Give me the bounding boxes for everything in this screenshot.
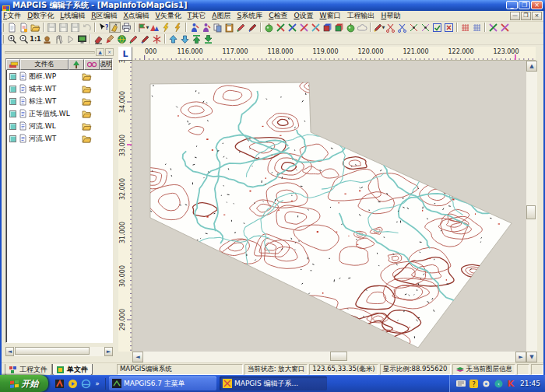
print-button[interactable]	[121, 22, 132, 33]
attr-edit-tool-button[interactable]	[128, 33, 139, 44]
file-edit-checkbox[interactable]	[9, 98, 16, 105]
cut-line-tool-2-button[interactable]	[287, 22, 298, 33]
menu-item-11[interactable]: O设置	[290, 11, 316, 21]
visibility-column-icon[interactable]	[84, 59, 100, 70]
topo-area-red-button[interactable]	[322, 22, 333, 33]
move-window-button[interactable]	[65, 33, 76, 44]
flash-entity-tool-button[interactable]	[160, 22, 172, 33]
menu-item-8[interactable]: A图层	[209, 11, 234, 21]
file-edit-checkbox[interactable]	[9, 123, 16, 130]
folder-icon[interactable]	[82, 84, 92, 94]
save-all-button[interactable]	[69, 22, 81, 33]
app-red-icon[interactable]	[54, 378, 65, 390]
smooth-line-tool-button[interactable]	[310, 22, 322, 33]
panel-drag-groove[interactable]	[5, 51, 95, 54]
clip-tool-2-button[interactable]	[396, 22, 408, 33]
move-line-tool-button[interactable]	[200, 22, 212, 33]
file-edit-checkbox[interactable]	[9, 73, 16, 80]
scroll-thumb[interactable]	[526, 205, 536, 219]
scroll-up-button[interactable]: ▲	[526, 61, 537, 72]
copy-tool-button[interactable]	[212, 22, 223, 33]
scroll-right-button[interactable]: ►	[104, 347, 113, 356]
zoom-1-1-button[interactable]: 1:1	[30, 33, 41, 44]
update-icon[interactable]	[481, 379, 490, 388]
file-row-3[interactable]: 标注.WT	[6, 95, 112, 107]
menu-item-14[interactable]: H帮助	[378, 11, 403, 21]
scroll-thumb[interactable]	[330, 352, 347, 361]
file-edit-checkbox[interactable]	[9, 86, 16, 93]
brush-tool-button[interactable]	[104, 33, 116, 44]
pan-hand-button[interactable]	[53, 33, 65, 44]
adjust-tool-1-button[interactable]	[487, 22, 499, 33]
tab-single-file[interactable]: 单文件	[52, 364, 93, 376]
layer-top-button[interactable]	[191, 33, 202, 44]
file-row-2[interactable]: 城市.WT	[6, 82, 112, 95]
snap-tool-button[interactable]: ▼	[137, 22, 149, 33]
sketch-pen-tool-button[interactable]: ▼	[373, 22, 385, 33]
cut-line-tool-1-button[interactable]	[275, 22, 287, 33]
scroll-track[interactable]	[14, 347, 104, 356]
menu-item-4[interactable]: R区编辑	[88, 11, 120, 21]
scroll-right-button[interactable]: ►	[515, 352, 526, 362]
language-icon[interactable]: ‹	[494, 379, 503, 388]
refresh-window-button[interactable]	[76, 33, 88, 44]
help-icon[interactable]: ?	[469, 379, 478, 388]
folder-icon[interactable]	[82, 72, 92, 82]
undo-button[interactable]	[81, 22, 93, 33]
menu-item-9[interactable]: S系统库	[234, 11, 265, 21]
file-row-6[interactable]: 河流.WT	[6, 132, 112, 145]
menu-item-5[interactable]: X点编辑	[120, 11, 152, 21]
file-row-1[interactable]: 图框.WP	[6, 70, 112, 82]
attr-edit-tool-2-button[interactable]	[139, 33, 151, 44]
menu-item-7[interactable]: T其它	[185, 11, 209, 21]
menu-item-2[interactable]: D数字化	[24, 11, 57, 21]
scroll-down-button[interactable]: ▼	[526, 352, 537, 362]
input-area-tool-button[interactable]	[263, 22, 275, 33]
mdi-restore-button[interactable]: ❐	[521, 12, 531, 20]
fill-area-tool-button[interactable]	[149, 22, 160, 33]
file-row-5[interactable]: 河流.WL	[6, 120, 112, 132]
panel-rollup-button[interactable]: ▲	[96, 48, 104, 56]
clip-tool-1-button[interactable]	[385, 22, 396, 33]
zoom-in-button[interactable]	[6, 33, 18, 44]
file-edit-checkbox[interactable]	[9, 110, 16, 117]
save-project-button[interactable]	[58, 22, 69, 33]
toolbar-grip[interactable]	[2, 35, 4, 44]
internet-explorer-icon[interactable]	[80, 378, 92, 390]
description-column-header[interactable]: 说明	[100, 59, 112, 70]
scroll-thumb[interactable]	[15, 347, 90, 355]
scroll-left-button[interactable]: ◄	[132, 352, 143, 362]
paste-tool-button[interactable]	[223, 22, 235, 33]
folder-icon[interactable]	[82, 109, 92, 119]
layer-up-button[interactable]	[167, 33, 179, 44]
tab-project-file[interactable]: 工程文件	[5, 364, 52, 376]
flash-layer-tool-button[interactable]	[172, 22, 184, 33]
keyboard-icon[interactable]	[456, 379, 466, 388]
context-help-button[interactable]: ?	[97, 22, 109, 33]
layer-bottom-button[interactable]	[202, 33, 214, 44]
new-file-button[interactable]	[6, 22, 18, 33]
new-map-file-button[interactable]	[18, 22, 30, 33]
menu-item-6[interactable]: V矢量化	[153, 11, 185, 21]
task-button-mapgis-main-menu[interactable]: MAPGIS6.7 主菜单	[109, 376, 216, 390]
zoom-out-button[interactable]	[18, 33, 30, 44]
cloud-tool-button[interactable]	[357, 22, 368, 33]
mdi-minimize-button[interactable]: —	[510, 12, 520, 20]
scroll-left-button[interactable]: ◄	[5, 347, 14, 356]
folder-icon[interactable]	[82, 134, 92, 144]
quick-launch-overflow-chevron[interactable]: »	[93, 378, 101, 390]
close-button[interactable]: ×	[531, 1, 543, 9]
edit-point-tool-button[interactable]	[235, 22, 247, 33]
topo-area-green-button[interactable]	[333, 22, 345, 33]
menu-item-13[interactable]: 工程输出	[343, 11, 378, 21]
file-edit-checkbox[interactable]	[9, 135, 16, 142]
toolbar-grip[interactable]	[2, 23, 4, 32]
kingsoft-icon[interactable]: K	[506, 379, 515, 388]
task-button-mapgis-editor[interactable]: MAPGIS 编辑子系...	[220, 376, 327, 390]
move-point-tool-button[interactable]	[188, 22, 200, 33]
merge-area-tool-button[interactable]	[345, 22, 357, 33]
open-file-button[interactable]	[30, 22, 41, 33]
mdi-close-button[interactable]: ×	[532, 12, 542, 20]
save-file-button[interactable]	[46, 22, 58, 33]
mesh-red-tool-button[interactable]	[459, 22, 471, 33]
